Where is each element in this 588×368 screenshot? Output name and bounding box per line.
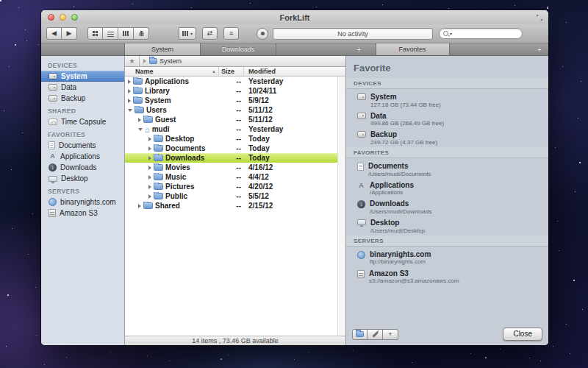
disclosure-collapsed-icon[interactable] — [148, 175, 151, 180]
disclosure-expanded-icon[interactable] — [128, 109, 132, 112]
list-view-button[interactable] — [103, 27, 118, 40]
panel-item-desktop[interactable]: Desktop /Users/mudi/Desktop — [346, 216, 548, 236]
disclosure-collapsed-icon[interactable] — [128, 79, 131, 84]
panel-item-detail: /Applications — [370, 189, 414, 196]
path-location[interactable]: System — [159, 57, 182, 65]
disclosure-collapsed-icon[interactable] — [138, 118, 141, 122]
search-input[interactable] — [453, 30, 518, 38]
column-header-size[interactable]: Size — [219, 67, 244, 76]
panel-item-documents[interactable]: Documents /Users/mudi/Documents — [346, 160, 548, 179]
file-row[interactable]: ⌂mudi -- Yesterday — [125, 124, 345, 134]
back-button[interactable]: ◀ — [46, 27, 62, 40]
tools-button[interactable]: ≡ — [223, 27, 239, 40]
disclosure-collapsed-icon[interactable] — [128, 89, 131, 93]
sidebar-item-binarynights[interactable]: binarynights.com — [41, 197, 124, 208]
desktop-icon — [357, 219, 366, 225]
panel-layout-icon — [182, 30, 189, 37]
fullscreen-icon[interactable] — [536, 14, 543, 21]
status-bar: 14 items , 73.46 GB available — [125, 336, 345, 345]
file-size: -- — [219, 202, 244, 210]
add-tab-button-right[interactable]: + — [534, 46, 545, 54]
disclosure-collapsed-icon[interactable] — [148, 185, 151, 189]
panel-item-applications[interactable]: Applications /Applications — [346, 179, 548, 198]
column-view-button[interactable] — [118, 27, 134, 40]
disclosure-collapsed-icon[interactable] — [148, 156, 151, 160]
file-row[interactable]: Documents -- Today — [125, 144, 345, 153]
edit-favorite-button[interactable] — [368, 329, 383, 340]
file-row[interactable]: Library -- 10/24/11 — [125, 86, 345, 96]
file-size: -- — [219, 87, 244, 95]
globe-icon — [357, 251, 365, 259]
file-row[interactable]: Applications -- Yesterday — [125, 77, 345, 86]
sidebar-item-documents[interactable]: Documents — [41, 140, 124, 151]
column-header-name[interactable]: Name ▲ — [125, 67, 219, 76]
zoom-window-button[interactable] — [71, 14, 78, 21]
panel-layout-button[interactable]: ▾ — [179, 27, 196, 40]
file-row[interactable]: Movies -- 4/16/12 — [125, 163, 345, 172]
panel-item-name: Amazon S3 — [369, 269, 459, 278]
disclosure-collapsed-icon[interactable] — [148, 137, 151, 141]
sidebar-item-desktop[interactable]: Desktop — [41, 173, 124, 184]
tab-favorites[interactable]: Favorites — [376, 43, 450, 55]
sidebar-item-system[interactable]: System — [41, 71, 124, 82]
search-field[interactable]: ▾ — [439, 28, 523, 39]
file-row[interactable]: Users -- 5/11/12 — [125, 105, 345, 115]
add-tab-button-left[interactable]: + — [354, 46, 365, 54]
forward-button[interactable]: ▶ — [62, 27, 77, 40]
folder-icon — [154, 135, 163, 142]
file-row[interactable]: Public -- 5/5/12 — [125, 191, 345, 201]
sidebar-item-label: Time Capsule — [61, 118, 106, 126]
sidebar-item-backup[interactable]: Backup — [41, 93, 124, 104]
file-row[interactable]: Music -- 4/4/12 — [125, 172, 345, 182]
disclosure-collapsed-icon[interactable] — [148, 194, 151, 199]
disclosure-collapsed-icon[interactable] — [138, 204, 141, 208]
add-favorite-button[interactable]: + — [383, 329, 398, 340]
vertical-scrollbar[interactable] — [337, 77, 345, 336]
panel-item-backup[interactable]: Backup 249.72 GB (4.37 GB free) — [346, 128, 548, 147]
file-row[interactable]: System -- 5/9/12 — [125, 96, 345, 105]
panel-item-binarynights[interactable]: binarynights.com ftp://binarynights.com — [346, 248, 548, 267]
drive-icon — [357, 131, 366, 138]
close-panel-button[interactable]: Close — [503, 328, 542, 341]
disclosure-expanded-icon[interactable] — [138, 128, 143, 131]
sync-button[interactable]: ⇄ — [202, 27, 218, 40]
toolbar: ◀ ▶ ▾ ⇄ ≡ No activity ▾ — [41, 24, 548, 43]
sidebar-item-label: System — [61, 72, 87, 80]
file-size: -- — [219, 144, 244, 152]
downloads-icon — [49, 163, 57, 171]
panel-item-downloads[interactable]: Downloads /Users/mudi/Downloads — [346, 197, 548, 216]
sidebar-item-label: binarynights.com — [60, 198, 116, 206]
icon-view-button[interactable] — [87, 27, 103, 40]
disclosure-collapsed-icon[interactable] — [128, 99, 131, 103]
tab-system[interactable]: System — [125, 43, 201, 55]
activity-toggle-button[interactable] — [257, 28, 268, 40]
tools-icon: ≡ — [229, 30, 233, 37]
sidebar-item-downloads[interactable]: Downloads — [41, 162, 124, 173]
file-name: Downloads — [165, 154, 204, 162]
disclosure-collapsed-icon[interactable] — [148, 166, 151, 170]
close-window-button[interactable] — [48, 14, 54, 21]
title-bar[interactable]: ForkLift — [41, 10, 548, 24]
sidebar-item-applications[interactable]: Applications — [41, 151, 124, 162]
panel-item-data[interactable]: Data 999.86 GB (268.49 GB free) — [346, 110, 548, 129]
sidebar-item-time-capsule[interactable]: Time Capsule — [41, 116, 124, 127]
sidebar-item-amazon-s3[interactable]: Amazon S3 — [41, 208, 124, 219]
file-row[interactable]: Pictures -- 4/20/12 — [125, 182, 345, 191]
coverflow-view-button[interactable] — [134, 27, 149, 40]
file-row[interactable]: Desktop -- Today — [125, 134, 345, 144]
minimize-window-button[interactable] — [60, 14, 66, 21]
sidebar-item-data[interactable]: Data — [41, 82, 124, 93]
file-modified: 2/15/12 — [244, 202, 345, 210]
file-row[interactable]: Guest -- 5/11/12 — [125, 115, 345, 124]
disclosure-collapsed-icon[interactable] — [148, 146, 151, 151]
file-row[interactable]: Shared -- 2/15/12 — [125, 201, 345, 210]
panel-item-system[interactable]: System 127.18 GB (73.44 GB free) — [346, 91, 548, 110]
column-header-modified[interactable]: Modified — [244, 67, 345, 76]
desktop-icon — [49, 176, 57, 182]
file-row-selected[interactable]: Downloads -- Today — [125, 153, 345, 163]
favorite-star-button[interactable]: ★ — [125, 56, 140, 66]
tab-downloads[interactable]: Downloads — [201, 43, 276, 55]
panel-item-amazon-s3[interactable]: Amazon S3 s3://amazon@s3.amazonaws.com — [346, 267, 548, 286]
folder-icon — [154, 193, 163, 199]
new-favorite-folder-button[interactable] — [352, 329, 368, 340]
